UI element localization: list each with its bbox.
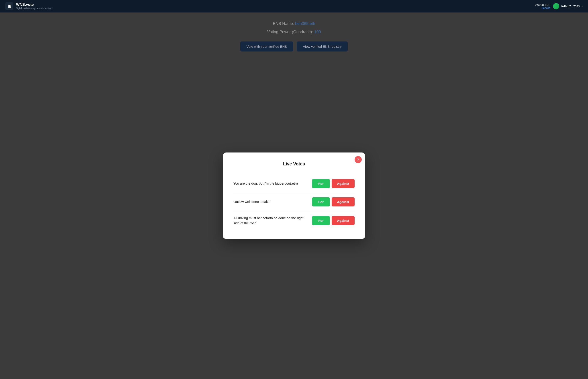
chevron-down-icon: ▾ <box>582 5 583 8</box>
app-title: WNS.vote <box>16 2 52 7</box>
vote-buttons-3: ForAgainst <box>312 216 354 225</box>
for-button-1[interactable]: For <box>312 179 330 188</box>
for-button-3[interactable]: For <box>312 216 330 225</box>
wallet-avatar <box>553 3 559 9</box>
vote-row: Outlaw well done steaks!ForAgainst <box>234 193 354 211</box>
wallet-info: 0.0928 SEP Sepolia <box>535 3 550 10</box>
logo-icon: ⊞ <box>8 4 11 9</box>
against-button-1[interactable]: Against <box>332 179 354 188</box>
modal-close-button[interactable]: × <box>354 156 362 163</box>
live-votes-modal: × Live Votes You are the dog, but I'm th… <box>223 153 365 239</box>
vote-text-1: You are the dog, but I'm the biggerdog(.… <box>234 181 307 186</box>
for-button-2[interactable]: For <box>312 197 330 206</box>
navbar: ⊞ WNS.vote Sybil resistant quadratic vot… <box>0 0 588 13</box>
wallet-balance: 0.0928 SEP <box>535 3 550 6</box>
navbar-left: ⊞ WNS.vote Sybil resistant quadratic vot… <box>5 2 52 10</box>
modal-overlay: × Live Votes You are the dog, but I'm th… <box>0 13 588 379</box>
app-subtitle: Sybil resistant quadratic voting <box>16 7 52 10</box>
navbar-right: 0.0928 SEP Sepolia 0xB4d7...7083 ▾ <box>535 3 583 10</box>
against-button-2[interactable]: Against <box>332 197 354 206</box>
wallet-address-button[interactable]: 0xB4d7...7083 ▾ <box>553 3 583 9</box>
wallet-network: Sepolia <box>542 6 550 10</box>
vote-row: All driving must henceforth be done on t… <box>234 211 354 230</box>
vote-buttons-2: ForAgainst <box>312 197 354 206</box>
vote-row: You are the dog, but I'm the biggerdog(.… <box>234 174 354 193</box>
wallet-address-label: 0xB4d7...7083 <box>561 5 580 8</box>
vote-text-3: All driving must henceforth be done on t… <box>234 216 307 226</box>
modal-title: Live Votes <box>234 161 354 167</box>
vote-list: You are the dog, but I'm the biggerdog(.… <box>234 174 354 230</box>
app-logo: ⊞ <box>5 2 13 10</box>
against-button-3[interactable]: Against <box>332 216 354 225</box>
vote-text-2: Outlaw well done steaks! <box>234 199 307 205</box>
vote-buttons-1: ForAgainst <box>312 179 354 188</box>
navbar-brand: WNS.vote Sybil resistant quadratic votin… <box>16 2 52 10</box>
